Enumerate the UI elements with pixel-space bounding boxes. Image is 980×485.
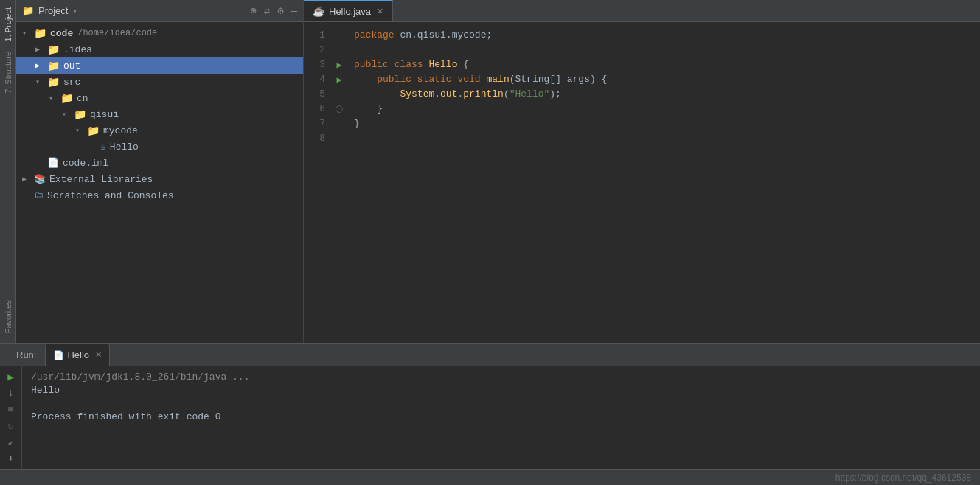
folder-icon-idea: 📁 xyxy=(47,43,60,56)
toolbar-stop-btn[interactable]: ■ xyxy=(3,402,19,416)
sidebar-favorites-label[interactable]: Favorites xyxy=(2,296,14,338)
toolbar-run-btn[interactable]: ▶ xyxy=(3,369,19,384)
tree-item-hello[interactable]: ☕ Hello xyxy=(16,139,303,155)
gutter-run-4[interactable]: ▶ xyxy=(330,72,348,87)
line-num-2: 2 xyxy=(304,43,325,57)
line-num-3: 3 xyxy=(304,57,325,72)
ext-libs-icon: 📚 xyxy=(34,173,46,185)
console-line-hello: Hello xyxy=(31,384,971,397)
code-line-3: public class Hello { xyxy=(354,57,980,72)
code-line-1: package cn.qisui.mycode; xyxy=(354,28,980,43)
run-tab[interactable]: 📄 Hello ✕ xyxy=(45,344,110,366)
bottom-header: Run: 📄 Hello ✕ xyxy=(0,344,980,366)
folder-icon-code: 📁 xyxy=(34,27,46,40)
tree-label-hello: Hello xyxy=(110,142,139,153)
tree-item-qisui[interactable]: ▾ 📁 qisui xyxy=(16,106,303,122)
run-tab-icon: 📄 xyxy=(53,350,64,360)
bottom-content: ▶ ↓ ■ ↻ ↙ ⬇ /usr/lib/jvm/jdk1.8.0_261/bi… xyxy=(0,366,980,469)
sidebar-project-label[interactable]: 1: Project xyxy=(2,3,14,46)
status-right-info: https://blog.csdn.net/qq_43612538 xyxy=(835,472,971,483)
tree-arrow-cn: ▾ xyxy=(49,94,59,102)
tree-item-out[interactable]: ▶ 📁 out xyxy=(16,57,303,74)
tree-item-ext-libs[interactable]: ▶ 📚 External Libraries xyxy=(16,171,303,187)
tab-java-icon: ☕ xyxy=(313,6,324,17)
add-icon[interactable]: ⊕ xyxy=(250,4,256,17)
console-line-empty xyxy=(31,397,971,411)
tree-arrow-out: ▶ xyxy=(35,61,46,70)
code-line-5: System.out.println("Hello"); xyxy=(354,87,980,102)
bottom-toolbar: ▶ ↓ ■ ↻ ↙ ⬇ xyxy=(0,366,22,469)
tab-bar: ☕ Hello.java ✕ xyxy=(304,0,980,22)
sync-icon[interactable]: ⇄ xyxy=(264,4,270,17)
tree-label-src: src xyxy=(63,77,80,88)
tree-view: ▾ 📁 code /home/idea/code ▶ 📁 .idea xyxy=(16,22,303,343)
tree-arrow-src: ▾ xyxy=(35,77,46,86)
tree-label-qisui: qisui xyxy=(90,109,119,120)
project-panel-header: 📁 Project ▾ ⊕ ⇄ ⚙ — xyxy=(16,0,303,22)
tree-item-cn[interactable]: ▾ 📁 cn xyxy=(16,90,303,106)
gutter-2 xyxy=(330,43,348,57)
folder-icon-mycode: 📁 xyxy=(87,125,100,137)
gutter-run-3[interactable]: ▶ xyxy=(330,57,348,72)
tab-hello-java[interactable]: ☕ Hello.java ✕ xyxy=(304,0,393,21)
tree-label-ext-libs: External Libraries xyxy=(49,174,153,185)
code-editor: 1 2 3 4 5 6 7 8 ▶ ▶ xyxy=(304,22,980,343)
left-sidebar: 1: Project 7: Structure Favorites xyxy=(0,0,16,343)
tree-item-code[interactable]: ▾ 📁 code /home/idea/code xyxy=(16,25,303,41)
tab-hello-java-label: Hello.java xyxy=(329,6,371,17)
tree-item-mycode[interactable]: ▾ 📁 mycode xyxy=(16,122,303,139)
bottom-title: Run: xyxy=(16,349,36,360)
tree-arrow-ext-libs: ▶ xyxy=(22,175,32,184)
folder-icon-src: 📁 xyxy=(47,76,60,88)
tree-label-code: code xyxy=(50,28,73,39)
gutter-1 xyxy=(330,28,348,43)
code-line-8 xyxy=(354,131,980,146)
tab-close-icon[interactable]: ✕ xyxy=(377,7,383,16)
folder-icon-qisui: 📁 xyxy=(74,108,86,121)
project-header-actions: ⊕ ⇄ ⚙ — xyxy=(250,4,297,17)
line-num-1: 1 xyxy=(304,28,325,43)
folder-icon-out: 📁 xyxy=(47,60,60,72)
scratches-icon: 🗂 xyxy=(34,190,44,201)
code-line-7: } xyxy=(354,116,980,131)
line-numbers: 1 2 3 4 5 6 7 8 xyxy=(304,22,330,343)
tree-item-src[interactable]: ▾ 📁 src xyxy=(16,74,303,90)
tree-label-iml: code.iml xyxy=(63,158,108,169)
tree-item-iml[interactable]: 📄 code.iml xyxy=(16,155,303,171)
tree-arrow-code: ▾ xyxy=(22,29,32,38)
tree-label-out: out xyxy=(63,60,80,71)
tree-label-mycode: mycode xyxy=(103,125,138,136)
tree-label-code-path: /home/idea/code xyxy=(77,28,157,38)
run-tab-label: Hello xyxy=(67,349,89,360)
folder-icon-cn: 📁 xyxy=(60,92,73,105)
run-tab-close[interactable]: ✕ xyxy=(95,350,102,360)
tree-arrow-mycode: ▾ xyxy=(75,126,86,135)
console-output: /usr/lib/jvm/jdk1.8.0_261/bin/java ... H… xyxy=(22,366,980,469)
tree-item-idea[interactable]: ▶ 📁 .idea xyxy=(16,41,303,57)
project-panel: 📁 Project ▾ ⊕ ⇄ ⚙ — ▾ 📁 code /home/ xyxy=(16,0,304,343)
tree-item-scratches[interactable]: 🗂 Scratches and Consoles xyxy=(16,187,303,203)
toolbar-rerun-btn[interactable]: ↻ xyxy=(3,419,19,433)
tree-label-cn: cn xyxy=(77,93,88,104)
line-num-8: 8 xyxy=(304,131,325,146)
editor-gutter: ▶ ▶ xyxy=(330,22,348,343)
tree-arrow-idea: ▶ xyxy=(35,45,46,54)
editor-area: ☕ Hello.java ✕ 1 2 3 4 5 6 7 8 xyxy=(304,0,980,343)
toolbar-scroll-btn[interactable]: ↓ xyxy=(3,385,19,400)
minimize-icon[interactable]: — xyxy=(291,5,297,17)
tree-label-idea: .idea xyxy=(63,44,92,55)
line-num-6: 6 xyxy=(304,102,325,116)
gutter-bp-6[interactable] xyxy=(330,102,348,116)
settings-icon[interactable]: ⚙ xyxy=(277,4,283,17)
folder-icon: 📁 xyxy=(22,5,34,17)
code-content[interactable]: package cn.qisui.mycode; public class He… xyxy=(348,22,980,343)
toolbar-bottom-btn1[interactable]: ↙ xyxy=(3,435,19,450)
line-num-4: 4 xyxy=(304,72,325,87)
toolbar-bottom-btn2[interactable]: ⬇ xyxy=(3,451,19,466)
gutter-7 xyxy=(330,116,348,131)
java-icon-hello: ☕ xyxy=(100,141,106,153)
status-bar: https://blog.csdn.net/qq_43612538 xyxy=(0,469,980,485)
project-dropdown-icon[interactable]: ▾ xyxy=(72,6,77,15)
console-line-exit: Process finished with exit code 0 xyxy=(31,411,971,424)
sidebar-structure-label[interactable]: 7: Structure xyxy=(2,47,14,98)
